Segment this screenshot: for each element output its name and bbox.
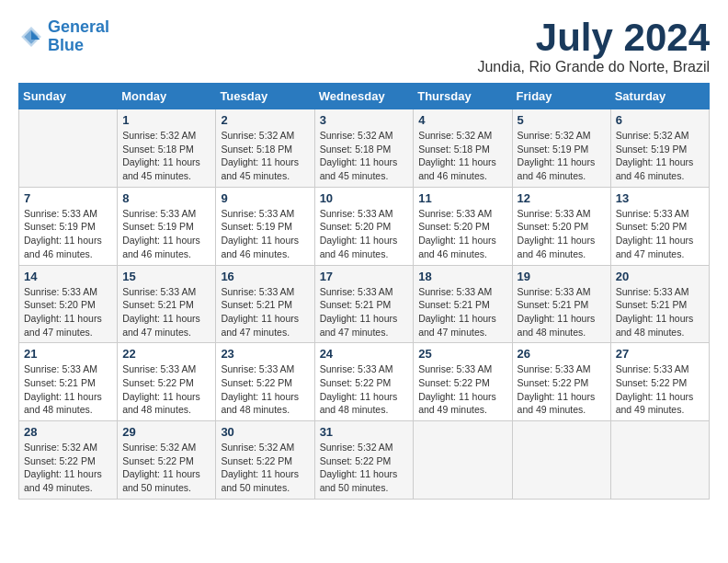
month-title: July 2024 [477, 18, 710, 57]
calendar-cell: 22Sunrise: 5:33 AM Sunset: 5:22 PM Dayli… [118, 343, 216, 421]
logo: General Blue [18, 18, 109, 55]
day-info: Sunrise: 5:32 AM Sunset: 5:18 PM Dayligh… [221, 129, 309, 183]
day-info: Sunrise: 5:33 AM Sunset: 5:20 PM Dayligh… [518, 207, 606, 261]
day-number: 14 [24, 270, 112, 283]
day-info: Sunrise: 5:33 AM Sunset: 5:22 PM Dayligh… [616, 362, 704, 417]
calendar-cell: 14Sunrise: 5:33 AM Sunset: 5:20 PM Dayli… [19, 265, 118, 343]
day-number: 24 [320, 347, 409, 361]
day-number: 20 [616, 270, 704, 283]
calendar-cell: 28Sunrise: 5:32 AM Sunset: 5:22 PM Dayli… [19, 421, 118, 500]
day-number: 17 [320, 270, 409, 283]
weekday-header-friday: Friday [512, 84, 610, 109]
day-info: Sunrise: 5:32 AM Sunset: 5:19 PM Dayligh… [518, 129, 606, 183]
calendar-cell: 25Sunrise: 5:33 AM Sunset: 5:22 PM Dayli… [414, 343, 512, 421]
weekday-header-wednesday: Wednesday [314, 84, 414, 109]
day-info: Sunrise: 5:32 AM Sunset: 5:18 PM Dayligh… [122, 129, 210, 183]
day-number: 16 [221, 270, 309, 283]
day-number: 31 [320, 425, 409, 439]
calendar-cell: 17Sunrise: 5:33 AM Sunset: 5:21 PM Dayli… [314, 265, 414, 343]
day-number: 10 [320, 191, 409, 205]
calendar-cell: 7Sunrise: 5:33 AM Sunset: 5:19 PM Daylig… [19, 187, 118, 265]
day-number: 13 [616, 191, 704, 205]
day-number: 28 [24, 425, 112, 439]
day-info: Sunrise: 5:33 AM Sunset: 5:22 PM Dayligh… [122, 362, 210, 417]
weekday-header-thursday: Thursday [414, 84, 512, 109]
day-number: 9 [221, 191, 309, 205]
day-info: Sunrise: 5:33 AM Sunset: 5:22 PM Dayligh… [221, 362, 309, 417]
day-info: Sunrise: 5:33 AM Sunset: 5:19 PM Dayligh… [122, 207, 210, 261]
calendar-cell: 15Sunrise: 5:33 AM Sunset: 5:21 PM Dayli… [118, 265, 216, 343]
day-info: Sunrise: 5:32 AM Sunset: 5:22 PM Dayligh… [320, 441, 409, 495]
day-info: Sunrise: 5:33 AM Sunset: 5:19 PM Dayligh… [24, 207, 112, 261]
title-area: July 2024 Jundia, Rio Grande do Norte, B… [477, 18, 710, 75]
day-info: Sunrise: 5:33 AM Sunset: 5:22 PM Dayligh… [518, 362, 606, 417]
day-number: 21 [24, 347, 112, 361]
calendar-cell: 31Sunrise: 5:32 AM Sunset: 5:22 PM Dayli… [314, 421, 414, 500]
day-info: Sunrise: 5:33 AM Sunset: 5:21 PM Dayligh… [320, 285, 409, 339]
day-info: Sunrise: 5:33 AM Sunset: 5:21 PM Dayligh… [24, 362, 112, 417]
day-info: Sunrise: 5:33 AM Sunset: 5:20 PM Dayligh… [320, 207, 409, 261]
weekday-header-tuesday: Tuesday [216, 84, 314, 109]
calendar-cell: 12Sunrise: 5:33 AM Sunset: 5:20 PM Dayli… [512, 187, 610, 265]
day-info: Sunrise: 5:32 AM Sunset: 5:18 PM Dayligh… [320, 129, 409, 183]
day-number: 25 [418, 347, 506, 361]
calendar-cell [414, 421, 512, 500]
calendar-cell: 26Sunrise: 5:33 AM Sunset: 5:22 PM Dayli… [512, 343, 610, 421]
page-header: General Blue July 2024 Jundia, Rio Grand… [18, 18, 710, 75]
day-number: 8 [122, 191, 210, 205]
logo-line1: General [48, 17, 109, 36]
logo-text: General Blue [48, 18, 109, 55]
calendar-cell [610, 421, 709, 500]
calendar-week-row: 14Sunrise: 5:33 AM Sunset: 5:20 PM Dayli… [19, 265, 710, 343]
calendar-cell: 10Sunrise: 5:33 AM Sunset: 5:20 PM Dayli… [314, 187, 414, 265]
calendar-cell: 3Sunrise: 5:32 AM Sunset: 5:18 PM Daylig… [314, 109, 414, 188]
day-number: 2 [221, 113, 309, 127]
calendar-cell [512, 421, 610, 500]
day-number: 30 [221, 425, 309, 439]
calendar-cell: 27Sunrise: 5:33 AM Sunset: 5:22 PM Dayli… [610, 343, 709, 421]
day-number: 5 [518, 113, 606, 127]
calendar-cell: 24Sunrise: 5:33 AM Sunset: 5:22 PM Dayli… [314, 343, 414, 421]
calendar-cell: 1Sunrise: 5:32 AM Sunset: 5:18 PM Daylig… [118, 109, 216, 188]
calendar-week-row: 21Sunrise: 5:33 AM Sunset: 5:21 PM Dayli… [19, 343, 710, 421]
day-number: 29 [122, 425, 210, 439]
day-info: Sunrise: 5:33 AM Sunset: 5:21 PM Dayligh… [518, 285, 606, 339]
calendar-cell: 16Sunrise: 5:33 AM Sunset: 5:21 PM Dayli… [216, 265, 314, 343]
day-info: Sunrise: 5:32 AM Sunset: 5:18 PM Dayligh… [418, 129, 506, 183]
weekday-header-row: SundayMondayTuesdayWednesdayThursdayFrid… [19, 84, 710, 109]
calendar-cell: 23Sunrise: 5:33 AM Sunset: 5:22 PM Dayli… [216, 343, 314, 421]
day-number: 15 [122, 270, 210, 283]
location-subtitle: Jundia, Rio Grande do Norte, Brazil [477, 59, 710, 75]
day-info: Sunrise: 5:33 AM Sunset: 5:20 PM Dayligh… [616, 207, 704, 261]
calendar-cell: 18Sunrise: 5:33 AM Sunset: 5:21 PM Dayli… [414, 265, 512, 343]
day-info: Sunrise: 5:33 AM Sunset: 5:21 PM Dayligh… [221, 285, 309, 339]
calendar-cell: 21Sunrise: 5:33 AM Sunset: 5:21 PM Dayli… [19, 343, 118, 421]
calendar-cell: 4Sunrise: 5:32 AM Sunset: 5:18 PM Daylig… [414, 109, 512, 188]
day-number: 12 [518, 191, 606, 205]
day-info: Sunrise: 5:33 AM Sunset: 5:19 PM Dayligh… [221, 207, 309, 261]
day-number: 6 [616, 113, 704, 127]
day-info: Sunrise: 5:32 AM Sunset: 5:22 PM Dayligh… [24, 441, 112, 495]
calendar-cell: 8Sunrise: 5:33 AM Sunset: 5:19 PM Daylig… [118, 187, 216, 265]
calendar-cell: 11Sunrise: 5:33 AM Sunset: 5:20 PM Dayli… [414, 187, 512, 265]
weekday-header-monday: Monday [118, 84, 216, 109]
day-info: Sunrise: 5:33 AM Sunset: 5:21 PM Dayligh… [122, 285, 210, 339]
calendar-week-row: 7Sunrise: 5:33 AM Sunset: 5:19 PM Daylig… [19, 187, 710, 265]
calendar-cell: 30Sunrise: 5:32 AM Sunset: 5:22 PM Dayli… [216, 421, 314, 500]
day-info: Sunrise: 5:32 AM Sunset: 5:22 PM Dayligh… [221, 441, 309, 495]
day-info: Sunrise: 5:32 AM Sunset: 5:22 PM Dayligh… [122, 441, 210, 495]
weekday-header-saturday: Saturday [610, 84, 709, 109]
day-info: Sunrise: 5:33 AM Sunset: 5:21 PM Dayligh… [418, 285, 506, 339]
weekday-header-sunday: Sunday [19, 84, 118, 109]
day-info: Sunrise: 5:33 AM Sunset: 5:21 PM Dayligh… [616, 285, 704, 339]
day-number: 3 [320, 113, 409, 127]
day-number: 23 [221, 347, 309, 361]
day-info: Sunrise: 5:32 AM Sunset: 5:19 PM Dayligh… [616, 129, 704, 183]
calendar-cell [19, 109, 118, 188]
day-number: 1 [122, 113, 210, 127]
day-number: 4 [418, 113, 506, 127]
calendar-cell: 9Sunrise: 5:33 AM Sunset: 5:19 PM Daylig… [216, 187, 314, 265]
day-number: 7 [24, 191, 112, 205]
logo-icon [18, 24, 44, 50]
calendar-cell: 13Sunrise: 5:33 AM Sunset: 5:20 PM Dayli… [610, 187, 709, 265]
